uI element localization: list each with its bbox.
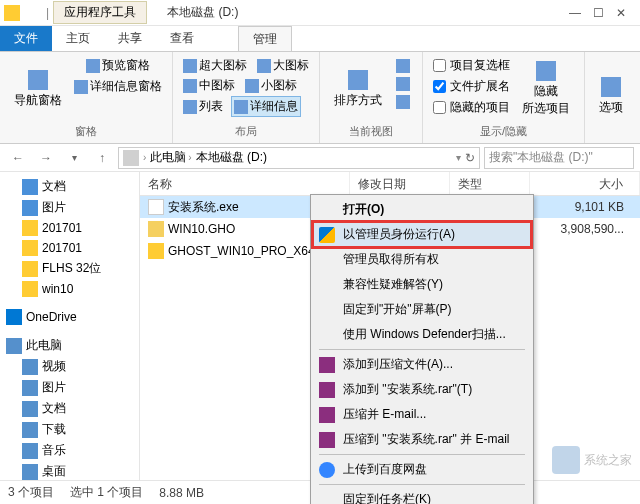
menu-item[interactable]: 上传到百度网盘 [313,457,531,482]
tree-onedrive[interactable]: OneDrive [2,307,137,327]
refresh-button[interactable]: ↻ [465,151,475,165]
smallicon-icon [245,79,259,93]
status-selected: 选中 1 个项目 [70,484,143,501]
options-icon [601,77,621,97]
nav-pane-button[interactable]: 导航窗格 [8,56,68,122]
menu-item[interactable]: 固定到"开始"屏幕(P) [313,297,531,322]
col-size[interactable]: 大小 [530,172,640,195]
rar-icon [319,432,335,448]
tab-home[interactable]: 主页 [52,26,104,51]
watermark-icon [552,446,580,474]
rar-icon [319,357,335,373]
file-ext-toggle[interactable]: 文件扩展名 [431,77,512,96]
tab-share[interactable]: 共享 [104,26,156,51]
sizecol-button[interactable] [394,94,412,110]
groupby-button[interactable] [394,58,412,74]
menu-separator [319,349,525,350]
menu-item[interactable]: 以管理员身份运行(A) [313,222,531,247]
forward-button[interactable]: → [34,146,58,170]
address-path[interactable]: › 此电脑› 本地磁盘 (D:) ▾ ↻ [118,147,480,169]
file-icon [148,199,164,215]
minimize-button[interactable]: — [569,6,581,20]
menu-item[interactable]: 使用 Windows Defender扫描... [313,322,531,347]
menu-item[interactable]: 兼容性疑难解答(Y) [313,272,531,297]
tree-item[interactable]: 音乐 [2,440,137,461]
shield-icon [319,227,335,243]
menu-item[interactable]: 打开(O) [313,197,531,222]
search-input[interactable]: 搜索"本地磁盘 (D:)" [484,147,634,169]
list-icon [183,100,197,114]
recent-button[interactable]: ▾ [62,146,86,170]
list-button[interactable]: 列表 [181,96,225,117]
menu-item[interactable]: 管理员取得所有权 [313,247,531,272]
group-label-layout: 布局 [181,122,311,139]
group-label-showhide: 显示/隐藏 [431,122,576,139]
item-checkbox-toggle[interactable]: 项目复选框 [431,56,512,75]
addcol-button[interactable] [394,76,412,92]
tree-item[interactable]: 201701 [2,238,137,258]
med-icon-button[interactable]: 中图标 [181,76,237,95]
hidden-items-toggle[interactable]: 隐藏的项目 [431,98,512,117]
ribbon-tabs: 文件 主页 共享 查看 管理 [0,26,640,52]
tree-item[interactable]: FLHS 32位 [2,258,137,279]
path-dropdown[interactable]: ▾ [456,152,461,163]
blank-icon [319,302,335,318]
menu-item[interactable]: 添加到压缩文件(A)... [313,352,531,377]
tree-item[interactable]: 下载 [2,419,137,440]
pc-icon [6,338,22,354]
detail-pane-button[interactable]: 详细信息窗格 [72,77,164,96]
folder-icon [22,179,38,195]
options-button[interactable]: 选项 [593,56,629,137]
menu-item[interactable]: 压缩并 E-mail... [313,402,531,427]
col-type[interactable]: 类型 [450,172,530,195]
sort-button[interactable]: 排序方式 [328,56,388,122]
col-date[interactable]: 修改日期 [350,172,450,195]
tab-file[interactable]: 文件 [0,26,52,51]
close-button[interactable]: ✕ [616,6,626,20]
menu-item[interactable]: 压缩到 "安装系统.rar" 并 E-mail [313,427,531,452]
file-icon [148,221,164,237]
details-button[interactable]: 详细信息 [231,96,301,117]
tree-item[interactable]: 图片 [2,377,137,398]
contextual-tab[interactable]: 应用程序工具 [53,1,147,24]
folder-icon [22,240,38,256]
onedrive-icon [6,309,22,325]
hide-icon [536,61,556,81]
tree-item[interactable]: 文档 [2,398,137,419]
back-button[interactable]: ← [6,146,30,170]
tree-item[interactable]: 桌面 [2,461,137,480]
up-button[interactable]: ↑ [90,146,114,170]
menu-separator [319,484,525,485]
status-size: 8.88 MB [159,486,204,500]
tab-view[interactable]: 查看 [156,26,208,51]
folder-icon [22,200,38,216]
tree-item[interactable]: 文档 [2,176,137,197]
tree-item[interactable]: 视频 [2,356,137,377]
menu-item[interactable]: 添加到 "安装系统.rar"(T) [313,377,531,402]
qat-icon[interactable] [24,5,40,21]
folder-icon [22,422,38,438]
big-icon-button[interactable]: 超大图标 [181,56,249,75]
folder-icon [22,401,38,417]
large-icon-button[interactable]: 大图标 [255,56,311,75]
watermark: 系统之家 [552,446,632,474]
crumb-thispc[interactable]: 此电脑› [150,149,191,166]
col-name[interactable]: 名称 [140,172,350,195]
small-icon-button[interactable]: 小图标 [243,76,299,95]
tab-manage[interactable]: 管理 [238,26,292,51]
folder-icon [22,380,38,396]
menu-item[interactable]: 固定到任务栏(K) [313,487,531,504]
blank-icon [319,252,335,268]
file-icon [148,243,164,259]
tree-thispc[interactable]: 此电脑 [2,335,137,356]
tree-item[interactable]: 201701 [2,218,137,238]
tree-item[interactable]: win10 [2,279,137,299]
context-menu: 打开(O)以管理员身份运行(A)管理员取得所有权兼容性疑难解答(Y)固定到"开始… [310,194,534,504]
hide-button[interactable]: 隐藏 所选项目 [516,56,576,122]
blank-icon [319,202,335,218]
maximize-button[interactable]: ☐ [593,6,604,20]
preview-pane-button[interactable]: 预览窗格 [72,56,164,75]
crumb-drive[interactable]: 本地磁盘 (D:) [196,149,267,166]
detail-icon [74,80,88,94]
tree-item[interactable]: 图片 [2,197,137,218]
